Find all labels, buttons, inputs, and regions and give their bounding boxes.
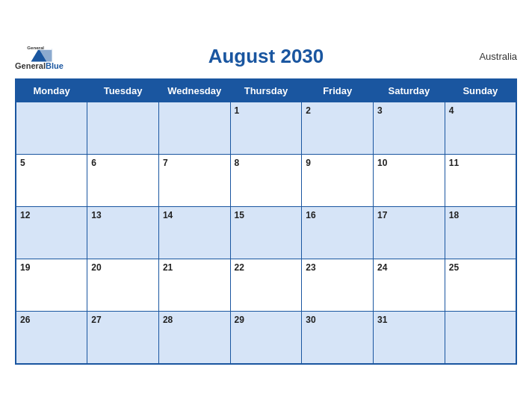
calendar-week-row: 567891011: [16, 155, 516, 207]
calendar-day-20: 20: [87, 259, 159, 312]
day-number: 17: [377, 210, 387, 220]
logo-blue-text: Blue: [46, 61, 64, 70]
calendar-empty-cell: [158, 102, 230, 155]
calendar-container: General General Blue August 2030 Austral…: [0, 31, 532, 380]
calendar-day-12: 12: [16, 207, 87, 259]
calendar-day-19: 19: [16, 259, 87, 312]
calendar-day-7: 7: [158, 155, 230, 207]
calendar-day-2: 2: [302, 102, 374, 155]
country-label: Australia: [479, 51, 517, 62]
calendar-day-15: 15: [230, 207, 302, 259]
day-number: 27: [91, 315, 101, 325]
calendar-day-18: 18: [445, 207, 516, 259]
day-number: 9: [306, 158, 311, 168]
calendar-week-row: 262728293031: [16, 312, 516, 364]
calendar-title: August 2030: [208, 45, 324, 68]
calendar-day-6: 6: [87, 155, 159, 207]
weekday-header-row: Monday Tuesday Wednesday Thursday Friday…: [16, 79, 516, 102]
day-number: 24: [377, 262, 387, 273]
day-number: 30: [306, 315, 315, 325]
calendar-empty-cell: [87, 102, 159, 155]
calendar-day-17: 17: [374, 207, 445, 259]
day-number: 3: [377, 105, 383, 116]
calendar-day-16: 16: [302, 207, 374, 259]
day-number: 1: [235, 105, 240, 116]
day-number: 18: [449, 210, 459, 220]
day-number: 2: [306, 105, 311, 116]
calendar-day-26: 26: [16, 312, 87, 364]
day-number: 22: [235, 262, 244, 273]
calendar-day-30: 30: [302, 312, 374, 364]
calendar-day-13: 13: [87, 207, 159, 259]
calendar-empty-cell: [16, 102, 87, 155]
day-number: 13: [91, 210, 101, 220]
svg-text:General: General: [28, 45, 45, 50]
calendar-week-row: 19202122232425: [16, 259, 516, 312]
calendar-week-row: 12131415161718: [16, 207, 516, 259]
day-number: 21: [163, 262, 173, 273]
logo-general-text: General: [15, 61, 46, 70]
logo-area: General General Blue: [15, 43, 64, 70]
calendar-day-27: 27: [87, 312, 159, 364]
day-number: 29: [235, 315, 244, 325]
calendar-header: General General Blue August 2030 Austral…: [15, 39, 517, 74]
day-number: 14: [163, 210, 173, 220]
calendar-empty-cell: [445, 312, 516, 364]
day-number: 7: [163, 158, 168, 168]
calendar-day-21: 21: [158, 259, 230, 312]
weekday-tuesday: Tuesday: [87, 79, 159, 102]
day-number: 26: [20, 315, 30, 325]
day-number: 8: [235, 158, 240, 168]
weekday-wednesday: Wednesday: [158, 79, 230, 102]
calendar-day-4: 4: [445, 102, 516, 155]
calendar-day-1: 1: [230, 102, 302, 155]
day-number: 19: [20, 262, 30, 273]
day-number: 28: [163, 315, 173, 325]
calendar-day-25: 25: [445, 259, 516, 312]
calendar-day-24: 24: [374, 259, 445, 312]
day-number: 4: [449, 105, 454, 116]
day-number: 11: [449, 158, 459, 168]
day-number: 6: [91, 158, 96, 168]
calendar-table: Monday Tuesday Wednesday Thursday Friday…: [15, 78, 517, 365]
calendar-day-5: 5: [16, 155, 87, 207]
weekday-thursday: Thursday: [230, 79, 302, 102]
day-number: 25: [449, 262, 459, 273]
day-number: 20: [91, 262, 101, 273]
day-number: 16: [306, 210, 315, 220]
weekday-friday: Friday: [302, 79, 374, 102]
weekday-sunday: Sunday: [445, 79, 516, 102]
day-number: 31: [377, 315, 387, 325]
weekday-monday: Monday: [16, 79, 87, 102]
calendar-day-22: 22: [230, 259, 302, 312]
calendar-day-14: 14: [158, 207, 230, 259]
day-number: 15: [235, 210, 244, 220]
calendar-day-11: 11: [445, 155, 516, 207]
day-number: 23: [306, 262, 315, 273]
calendar-day-29: 29: [230, 312, 302, 364]
calendar-day-31: 31: [374, 312, 445, 364]
day-number: 5: [20, 158, 25, 168]
calendar-day-23: 23: [302, 259, 374, 312]
calendar-day-28: 28: [158, 312, 230, 364]
calendar-day-9: 9: [302, 155, 374, 207]
calendar-day-10: 10: [374, 155, 445, 207]
calendar-body: 1234567891011121314151617181920212223242…: [16, 102, 516, 364]
day-number: 10: [377, 158, 387, 168]
calendar-day-8: 8: [230, 155, 302, 207]
day-number: 12: [20, 210, 30, 220]
weekday-saturday: Saturday: [374, 79, 445, 102]
calendar-day-3: 3: [374, 102, 445, 155]
calendar-week-row: 1234: [16, 102, 516, 155]
